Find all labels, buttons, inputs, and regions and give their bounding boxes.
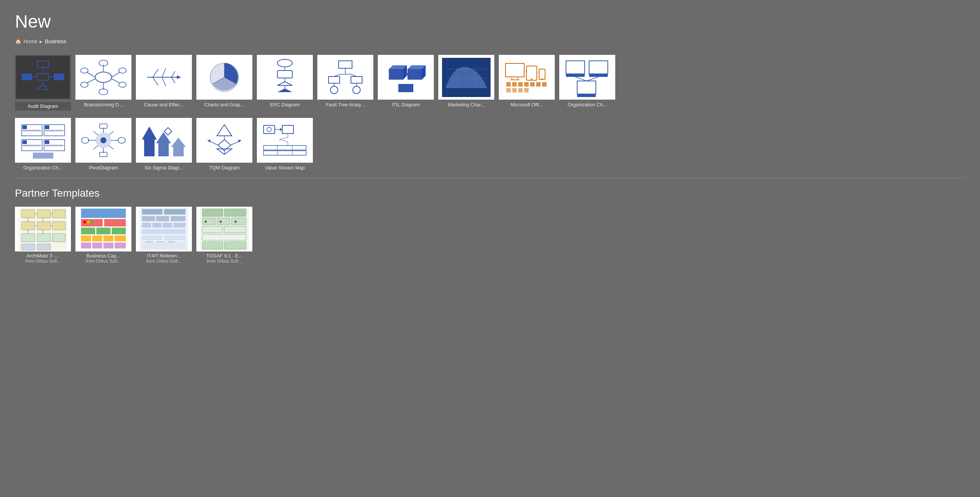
svg-rect-197 [142,229,186,234]
svg-rect-151 [37,210,50,218]
svg-marker-135 [208,140,210,143]
svg-rect-70 [527,66,537,80]
template-sixsigma[interactable]: Six Sigma Diagr... [136,118,192,170]
template-thumb-valuestream [257,118,313,163]
svg-rect-3 [22,73,32,80]
svg-rect-4 [54,73,64,80]
template-grid: Audit Diagram Brainstorming D... [15,55,965,110]
template-thumb-orgchart2 [15,118,71,163]
template-label-marketing: Marketing Char... [438,102,494,108]
svg-rect-138 [264,125,275,133]
svg-point-17 [119,68,126,73]
svg-rect-59 [398,84,413,92]
svg-rect-200 [142,242,186,249]
svg-rect-213 [202,242,223,249]
svg-rect-174 [96,228,110,234]
template-thumb-cause [136,55,192,100]
svg-marker-129 [217,125,232,136]
svg-line-26 [153,77,158,86]
template-label-audit: Audit Diagram [15,102,71,110]
svg-rect-192 [170,216,186,221]
partner-it4it[interactable]: IT4IT Referen... from Orbus Soft... [136,207,192,264]
svg-rect-97 [22,130,41,131]
svg-point-19 [119,82,126,87]
svg-marker-127 [171,138,186,147]
svg-rect-122 [144,140,154,156]
svg-rect-100 [22,145,41,146]
svg-rect-96 [22,125,27,129]
breadcrumb-current: Business [45,38,66,44]
svg-rect-81 [536,82,541,87]
svg-rect-183 [115,243,126,249]
template-label-charts: Charts and Grap... [196,102,252,108]
template-valuestream[interactable]: Value Stream Map [257,118,313,170]
svg-rect-67 [506,64,524,77]
partner-archimate[interactable]: ArchiMate 3 -... from Orbus Soft... [15,207,71,264]
svg-rect-205 [202,209,223,216]
svg-marker-125 [156,132,171,143]
breadcrumb-separator: ▶ [40,40,43,44]
partner-template-grid: ArchiMate 3 -... from Orbus Soft... [15,207,965,264]
template-audit[interactable]: Audit Diagram [15,55,71,110]
svg-line-93 [575,77,587,81]
template-charts[interactable]: Charts and Grap... [196,55,252,110]
svg-rect-86 [524,88,529,92]
page-title: New [15,11,965,32]
svg-rect-173 [81,228,95,234]
svg-rect-150 [22,210,35,218]
template-label-tqm: TQM Diagram [196,165,252,170]
template-tqm[interactable]: TQM Diagram [196,118,252,170]
template-pivot[interactable]: PivotDiagram [75,118,131,170]
svg-rect-42 [329,76,340,83]
svg-point-117 [118,137,126,143]
template-thumb-epc [257,55,313,100]
svg-rect-211 [224,226,246,233]
svg-rect-99 [22,140,27,144]
svg-rect-191 [156,216,169,221]
svg-line-121 [109,146,113,149]
svg-rect-156 [22,233,35,242]
svg-rect-103 [45,130,64,131]
svg-rect-1 [37,73,49,80]
template-thumb-fault [317,55,373,100]
template-label-brainstorming: Brainstorming D... [75,102,131,108]
svg-rect-83 [506,88,511,92]
template-thumb-brainstorming [75,55,131,100]
template-marketing[interactable]: Marketing Char... [438,55,494,110]
svg-rect-155 [52,222,65,230]
partner-thumb-togaf [196,207,252,251]
svg-rect-214 [224,242,246,249]
template-label-orgchart1: Organization Ch... [559,102,615,108]
partner-togaf[interactable]: TOGAF 9.1 - E... from Orbus Soft... [196,207,252,264]
svg-line-16 [111,72,120,77]
breadcrumb-home[interactable]: Home [24,38,37,44]
svg-rect-79 [524,82,529,87]
svg-point-9 [95,72,111,83]
svg-marker-36 [277,82,292,86]
svg-rect-210 [202,226,223,233]
template-epc[interactable]: EPC Diagram [257,55,313,110]
template-msoffice[interactable]: Microsoft Offi... [499,55,555,110]
svg-point-15 [81,82,88,87]
template-itil[interactable]: ITIL Diagram [378,55,434,110]
svg-rect-43 [351,76,362,83]
svg-rect-91 [577,81,596,94]
svg-rect-68 [512,77,518,80]
partner-bizcap[interactable]: Business Cap... from Orbus Soft... [75,207,131,264]
svg-rect-92 [577,94,596,97]
template-cause[interactable]: Cause and Effec... [136,55,192,110]
svg-point-73 [542,78,543,79]
template-brainstorming[interactable]: Brainstorming D... [75,55,131,110]
template-fault[interactable]: Fault Tree Analy... [317,55,373,110]
template-label-fault: Fault Tree Analy... [317,102,373,108]
svg-rect-196 [173,223,186,228]
svg-rect-194 [152,223,162,228]
template-orgchart2[interactable]: Organization Ch... [15,118,71,170]
partner-sublabel-togaf: from Orbus Soft... [207,259,242,264]
svg-marker-128 [164,128,172,135]
svg-rect-102 [45,125,49,129]
svg-rect-157 [37,233,50,242]
svg-marker-37 [277,89,292,92]
partner-thumb-it4it [136,207,192,251]
template-orgchart1[interactable]: Organization Ch... [559,55,615,110]
